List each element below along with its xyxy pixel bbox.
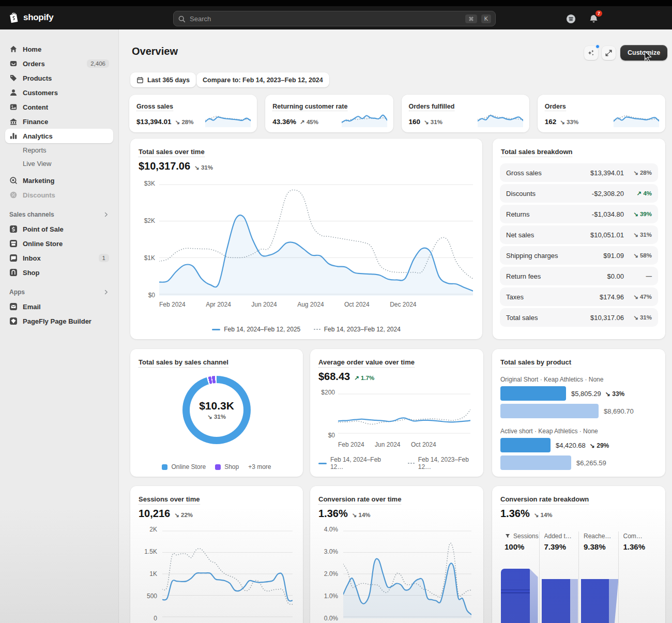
legend-item: Feb 14, 2024–Feb 12, 2025 — [212, 326, 300, 333]
funnel-bar — [501, 569, 530, 623]
discounts-icon — [9, 191, 18, 199]
card-title[interactable]: Total sales by product — [500, 358, 571, 366]
row-delta: ↘ 28% — [624, 169, 652, 176]
sidebar-item-shop[interactable]: Shop — [5, 265, 113, 280]
average-order-value-card: Average order value over time $68.43 ↗ 1… — [310, 349, 483, 477]
compare-label: Compare to: Feb 14, 2023–Feb 12, 2024 — [203, 77, 323, 84]
breakdown-row-return-fees: Return fees$0.00— — [500, 267, 658, 285]
kpi-card-returning-customer-rate[interactable]: Returning customer rate43.36%↗ 45% — [265, 95, 393, 132]
y-axis-tick: $2K — [144, 217, 155, 224]
topbar: shopify K 7 — [0, 0, 672, 29]
sidebar-section-apps[interactable]: Apps — [9, 287, 109, 297]
y-axis-tick: $3K — [144, 180, 155, 187]
breakdown-row-discounts: Discounts-$2,308.20↗ 4% — [500, 184, 658, 203]
kpi-delta: ↗ 45% — [300, 118, 318, 126]
marketing-icon — [9, 176, 18, 185]
card-title[interactable]: Sessions over time — [139, 495, 200, 503]
y-axis: 4.0%3.0%2.0%1.0%0.0% — [314, 526, 338, 622]
kpi-sparkline — [205, 112, 251, 127]
sidebar-section-sales-channels[interactable]: Sales channels — [9, 209, 109, 220]
card-title[interactable]: Total sales over time — [139, 148, 205, 156]
notifications-button[interactable]: 7 — [586, 11, 601, 26]
step-percent: 9.38% — [584, 542, 618, 551]
sidebar-item-finance[interactable]: Finance — [5, 114, 113, 129]
row-delta: ↘ 31% — [624, 231, 652, 238]
donut-center-delta: ↘ 31% — [207, 413, 226, 420]
expand-button[interactable] — [602, 46, 616, 60]
online-store-icon — [9, 239, 18, 248]
shortcut-cmd-key — [465, 14, 477, 23]
insights-button[interactable] — [584, 46, 598, 60]
card-title[interactable]: Total sales breakdown — [501, 148, 572, 156]
search-input[interactable] — [190, 15, 461, 23]
sidebar-item-reports[interactable]: Reports — [5, 143, 113, 157]
sidebar-item-live-view[interactable]: Live View — [5, 157, 113, 170]
card-title[interactable]: Average order value over time — [318, 358, 415, 366]
current-period-bar — [500, 386, 566, 401]
card-title[interactable]: Conversion rate breakdown — [500, 495, 589, 503]
kpi-card-orders[interactable]: Orders162↘ 33% — [538, 95, 665, 132]
sidebar-item-online-store[interactable]: Online Store — [5, 236, 113, 251]
sidebar-item-orders[interactable]: Orders2,406 — [5, 56, 113, 71]
funnel-step-label: Added t… — [544, 533, 579, 540]
shopify-admin-dashboard: shopify K 7 HomeOrders2,406ProductsCusto… — [0, 0, 672, 623]
sidebar-item-customers[interactable]: Customers — [5, 85, 113, 100]
sidebar-item-pagefly-page-builder[interactable]: PageFly Page Builder — [5, 314, 113, 328]
sidebar-item-products[interactable]: Products — [5, 71, 113, 85]
card-title[interactable]: Total sales by sales channel — [139, 358, 228, 366]
sidebar-item-discounts[interactable]: Discounts — [5, 188, 113, 202]
compare-picker[interactable]: Compare to: Feb 14, 2023–Feb 12, 2024 — [196, 72, 329, 87]
y-axis-tick: 4.0% — [324, 526, 338, 533]
funnel-bar-edge — [530, 569, 538, 623]
global-search[interactable]: K — [173, 11, 496, 26]
step-percent: 1.36% — [623, 542, 658, 551]
total-sales-value: $10,317.06 — [139, 160, 190, 172]
legend-color-swatch — [215, 464, 221, 470]
sidebar-item-label: Marketing — [23, 177, 54, 185]
inbox-icon — [9, 254, 18, 262]
card-title[interactable]: Conversion rate over time — [318, 495, 401, 503]
shopify-logo[interactable]: shopify — [8, 11, 53, 24]
kpi-card-orders-fulfilled[interactable]: Orders fulfilled160↘ 31% — [402, 95, 529, 132]
x-axis-tick: Jun 2024 — [251, 301, 277, 308]
funnel-bar-taper — [609, 579, 618, 623]
x-axis-tick: Jun 2024 — [375, 441, 400, 448]
y-axis-tick: 1.0% — [324, 592, 338, 600]
total-sales-over-time-card: Total sales over time $10,317.06 ↘ 31% $… — [130, 139, 482, 339]
funnel-bar — [581, 579, 609, 623]
legend-item: Feb 14, 2023–Feb 12… — [408, 456, 483, 470]
sidebar-item-label: Email — [23, 303, 41, 311]
kpi-value: $13,394.01 — [136, 118, 172, 126]
orders-icon — [9, 59, 18, 68]
shortcut-k-key: K — [481, 14, 491, 23]
sidebar-item-point-of-sale[interactable]: Point of Sale — [5, 222, 113, 236]
aov-line-chart — [338, 392, 470, 435]
sessions-over-time-card: Sessions over time 10,216 ↘ 22% 2K1.5K1K… — [130, 486, 303, 623]
sidebar-item-content[interactable]: Content — [5, 100, 113, 114]
sidebar-item-email[interactable]: Email — [5, 299, 113, 314]
legend-label: Shop — [224, 463, 239, 470]
bar-delta: ↘ 33% — [605, 390, 624, 398]
funnel-step-label: Com… — [623, 533, 658, 540]
x-axis-tick: Feb 2024 — [159, 301, 186, 308]
sidebar-item-home[interactable]: Home — [5, 42, 113, 56]
sidebar-item-inbox[interactable]: Inbox1 — [5, 251, 113, 265]
funnel-step-label: Reache… — [584, 533, 618, 540]
chart-legend: Feb 14, 2024–Feb 12, 2025Feb 14, 2023–Fe… — [130, 326, 482, 333]
bar-value: $4,420.68 — [556, 442, 586, 449]
kpi-card-gross-sales[interactable]: Gross sales$13,394.01↘ 28% — [129, 95, 257, 132]
pagefly-icon — [9, 317, 18, 325]
product-bar-row: $4,420.68↘ 29% — [500, 438, 659, 452]
chevron-right-icon — [103, 289, 109, 295]
kpi-value: 162 — [545, 118, 557, 126]
store-avatar-button[interactable] — [563, 11, 578, 26]
sidebar-item-marketing[interactable]: Marketing — [5, 173, 113, 188]
sessions-delta: ↘ 22% — [174, 511, 193, 519]
funnel-bar-groove — [501, 589, 530, 594]
x-axis: Feb 2024Jun 2024Oct 2024 — [338, 441, 470, 448]
sidebar-item-analytics[interactable]: Analytics — [5, 129, 113, 143]
row-label: Shipping charges — [506, 252, 603, 260]
sidebar-item-label: Online Store — [23, 240, 63, 248]
legend-label: Feb 14, 2024–Feb 12, 2025 — [224, 326, 300, 333]
date-range-picker[interactable]: Last 365 days — [130, 72, 196, 87]
